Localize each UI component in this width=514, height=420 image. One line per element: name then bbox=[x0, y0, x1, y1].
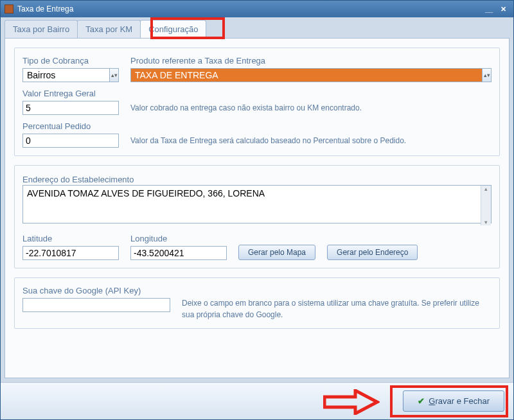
chevron-updown-icon: ▴▾ bbox=[109, 69, 118, 82]
panel-cobranca: Tipo de Cobrança Bairros ▴▾ Produto refe… bbox=[14, 48, 500, 156]
label-percentual: Percentual Pedido bbox=[22, 121, 119, 131]
select-tipo-cobranca[interactable]: Bairros ▴▾ bbox=[22, 68, 119, 82]
tab-panel-configuracao: Tipo de Cobrança Bairros ▴▾ Produto refe… bbox=[4, 38, 510, 378]
button-gerar-endereco[interactable]: Gerar pelo Endereço bbox=[327, 245, 418, 260]
close-button[interactable]: ✕ bbox=[497, 4, 510, 14]
footer-bar: ✔ Gravar e Fechar bbox=[1, 382, 513, 419]
input-valor-entrega[interactable] bbox=[22, 101, 119, 115]
tab-bairro[interactable]: Taxa por Bairro bbox=[4, 20, 78, 38]
panel-api: Sua chave do Google (API Key) Deixe o ca… bbox=[14, 277, 500, 329]
save-button-label: Gravar e Fechar bbox=[429, 396, 490, 406]
label-api-key: Sua chave do Google (API Key) bbox=[22, 286, 170, 295]
textarea-wrap-endereco: AVENIDA TOMAZ ALVES DE FIGUEIREDO, 366, … bbox=[22, 185, 492, 226]
label-valor-entrega: Valor Entrega Geral bbox=[22, 89, 119, 98]
tab-configuracao[interactable]: Configuração bbox=[140, 20, 206, 38]
helper-api-key: Deixe o campo em branco para o sistema u… bbox=[182, 297, 492, 320]
scrollbar[interactable]: ▴▾ bbox=[481, 186, 491, 225]
tab-km[interactable]: Taxa por KM bbox=[77, 20, 141, 38]
app-icon bbox=[4, 4, 13, 13]
input-percentual[interactable] bbox=[22, 134, 119, 148]
label-latitude: Latitude bbox=[22, 234, 119, 243]
select-produto-value: TAXA DE ENTREGA bbox=[131, 70, 482, 80]
helper-percentual: Valor da Taxa de Entrega será calculado … bbox=[130, 136, 406, 145]
window-root: Taxa de Entrega __ ✕ Taxa por Bairro Tax… bbox=[0, 0, 514, 420]
select-tipo-cobranca-value: Bairros bbox=[23, 70, 109, 80]
minimize-button[interactable]: __ bbox=[483, 4, 495, 14]
arrow-annotation bbox=[323, 389, 380, 415]
select-produto[interactable]: TAXA DE ENTREGA ▴▾ bbox=[130, 68, 492, 82]
save-and-close-button[interactable]: ✔ Gravar e Fechar bbox=[403, 390, 504, 412]
check-icon: ✔ bbox=[418, 396, 425, 406]
label-produto: Produto referente a Taxa de Entrega bbox=[130, 56, 492, 66]
chevron-updown-icon: ▴▾ bbox=[482, 69, 491, 82]
textarea-endereco[interactable]: AVENIDA TOMAZ ALVES DE FIGUEIREDO, 366, … bbox=[22, 185, 492, 223]
window-title: Taxa de Entrega bbox=[17, 4, 73, 13]
label-endereco: Endereço do Estabelecimento bbox=[22, 175, 134, 184]
input-api-key[interactable] bbox=[22, 298, 170, 312]
button-gerar-mapa[interactable]: Gerar pelo Mapa bbox=[238, 245, 315, 260]
titlebar: Taxa de Entrega __ ✕ bbox=[1, 1, 513, 17]
content-area: Taxa por Bairro Taxa por KM Configuração… bbox=[1, 17, 513, 419]
label-longitude: Longitude bbox=[130, 234, 227, 243]
input-latitude[interactable] bbox=[22, 246, 119, 260]
panel-endereco: Endereço do Estabelecimento AVENIDA TOMA… bbox=[14, 165, 500, 268]
label-tipo-cobranca: Tipo de Cobrança bbox=[22, 56, 119, 66]
helper-valor-entrega: Valor cobrado na entrega caso não exista… bbox=[130, 103, 362, 112]
tab-bar: Taxa por Bairro Taxa por KM Configuração bbox=[4, 20, 513, 38]
input-longitude[interactable] bbox=[130, 246, 227, 260]
